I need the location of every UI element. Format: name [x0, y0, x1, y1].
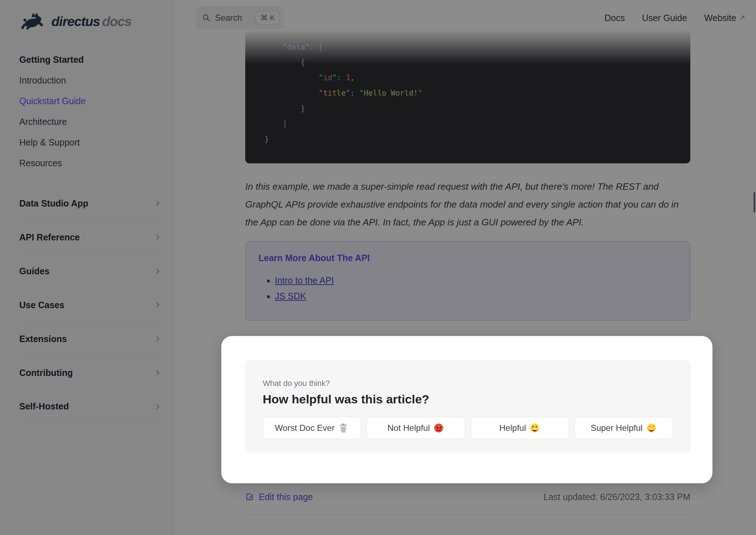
smiling-face-emoji-icon	[529, 423, 540, 433]
wastebasket-emoji-icon	[338, 423, 349, 433]
feedback-card: What do you think? How helpful was this …	[245, 360, 690, 453]
star-struck-emoji-icon	[646, 423, 657, 433]
feedback-question: How helpful was this article?	[263, 391, 673, 407]
scrollbar-thumb[interactable]	[754, 192, 755, 213]
feedback-kicker: What do you think?	[263, 378, 673, 388]
feedback-not-helpful-button[interactable]: Not Helpful	[367, 417, 465, 439]
feedback-worst-doc-ever-button[interactable]: Worst Doc Ever	[263, 417, 361, 439]
feedback-spotlight: What do you think? How helpful was this …	[221, 336, 712, 483]
feedback-options: Worst Doc Ever Not Helpful	[263, 417, 673, 439]
feedback-helpful-button[interactable]: Helpful	[471, 417, 569, 439]
feedback-super-helpful-button[interactable]: Super Helpful	[575, 417, 673, 439]
angry-face-emoji-icon	[433, 423, 444, 433]
